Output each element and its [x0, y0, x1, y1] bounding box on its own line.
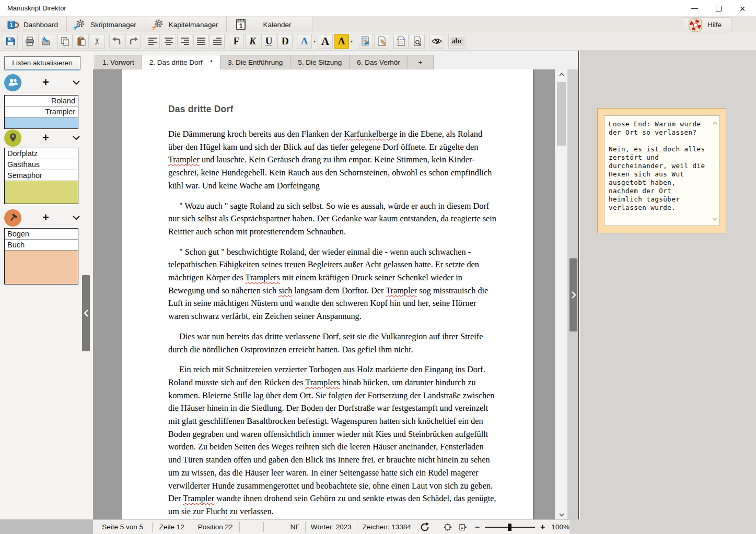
highlight-label: A: [338, 35, 345, 47]
status-mode: NF: [285, 522, 306, 532]
zoom-in-button[interactable]: +: [539, 523, 546, 532]
font-color-button[interactable]: A: [297, 34, 312, 49]
print-button[interactable]: [22, 34, 37, 49]
visibility-button[interactable]: [429, 34, 444, 49]
app-body: Listen aktualisieren + RolandTrampler: [0, 51, 756, 519]
paste-button[interactable]: [74, 34, 89, 49]
tab-skriptmanager[interactable]: Skriptmanager: [67, 17, 145, 32]
close-icon: ×: [739, 4, 745, 14]
list-item[interactable]: Gasthaus: [5, 159, 78, 170]
undo-button[interactable]: [109, 34, 124, 49]
page-break-button[interactable]: [393, 34, 409, 49]
clear-format-button[interactable]: [374, 34, 389, 49]
paste-icon: [76, 36, 87, 46]
scroll-down-button[interactable]: [555, 510, 568, 519]
list-item[interactable]: Buch: [5, 240, 78, 251]
format-stamp-icon: [360, 36, 371, 46]
save-icon: [5, 36, 16, 46]
tab-label: Kalender: [263, 21, 291, 29]
cut-button[interactable]: ✂: [90, 34, 105, 49]
add-place-button[interactable]: +: [21, 131, 70, 145]
fit-width-button[interactable]: [455, 523, 470, 531]
places-collapse-button[interactable]: [70, 135, 83, 140]
redo-button[interactable]: [125, 34, 141, 49]
misspelled-word: sich: [278, 286, 292, 295]
sidebar-collapse-handle[interactable]: [82, 275, 90, 351]
new-document-tab[interactable]: +: [408, 55, 434, 69]
refresh-count-button[interactable]: [416, 521, 433, 533]
chevron-down-icon: [72, 135, 80, 140]
objects-section-header: +: [4, 207, 83, 228]
format-stamp-button[interactable]: [358, 34, 373, 49]
document-tab-label: 1. Vorwort: [102, 58, 134, 66]
spellcheck-icon: abc: [450, 37, 464, 46]
document-tab[interactable]: 5. Die Sitzung: [290, 55, 350, 69]
close-button[interactable]: ×: [734, 1, 751, 16]
bold-button[interactable]: F: [229, 34, 244, 49]
objects-collapse-button[interactable]: [70, 215, 83, 220]
document-tab[interactable]: 6. Das Verhör: [350, 55, 408, 69]
scroll-up-button[interactable]: [555, 69, 568, 79]
status-empty-cell: [264, 522, 285, 532]
note-scroll-down-icon[interactable]: [712, 214, 718, 223]
zoom-slider[interactable]: [485, 524, 535, 531]
list-item[interactable]: Roland: [5, 96, 78, 106]
font-size-button[interactable]: A: [318, 34, 333, 49]
chevron-down-icon: [72, 215, 80, 220]
misspelled-word: Tramplers: [305, 377, 340, 387]
zoom-control: − + 100%: [474, 523, 569, 532]
save-button[interactable]: [3, 34, 18, 49]
italic-label: K: [249, 35, 256, 47]
characters-list[interactable]: RolandTrampler: [4, 95, 78, 129]
copy-icon: [60, 36, 71, 46]
fit-page-button[interactable]: [440, 523, 455, 531]
misspelled-word: Tramplers: [246, 272, 280, 282]
align-right-button[interactable]: [177, 34, 192, 49]
font-color-dropdown[interactable]: ▾: [312, 34, 317, 49]
zoom-slider-handle[interactable]: [508, 524, 511, 531]
tab-kalender[interactable]: 1 Kalender: [227, 17, 312, 32]
title-bar: Manuskript Direktor ×: [0, 0, 756, 17]
add-character-button[interactable]: +: [21, 76, 70, 89]
list-item[interactable]: Trampler: [5, 106, 78, 117]
maximize-button[interactable]: [710, 1, 727, 16]
note-editor[interactable]: Loose End: Warum wurde der Ort so verlas…: [604, 115, 719, 226]
tab-hilfe[interactable]: Hilfe: [683, 17, 731, 32]
selected-empty-row[interactable]: [5, 117, 78, 128]
note-scroll-up-icon[interactable]: [712, 118, 718, 127]
strikethrough-button[interactable]: Đ: [277, 34, 293, 49]
places-section-header: +: [4, 127, 83, 148]
spellcheck-button[interactable]: abc: [448, 34, 466, 49]
list-item[interactable]: Bogen: [5, 229, 78, 240]
underline-button[interactable]: U: [261, 34, 276, 49]
list-item[interactable]: Semaphor: [5, 170, 78, 181]
notes-collapse-handle[interactable]: [569, 258, 577, 331]
document-tab[interactable]: 1. Vorwort: [95, 55, 142, 69]
zoom-out-button[interactable]: −: [474, 523, 481, 532]
print-setup-button[interactable]: [38, 34, 53, 49]
find-icon: [412, 36, 423, 46]
document-tab[interactable]: 2. Das dritte Dorf*: [142, 55, 220, 69]
align-left-button[interactable]: [145, 34, 160, 49]
align-justify-button[interactable]: [193, 34, 208, 49]
copy-button[interactable]: [57, 34, 73, 49]
places-list[interactable]: DorfplatzGasthausSemaphor: [4, 148, 78, 204]
align-indent-button[interactable]: [210, 34, 225, 49]
minimize-button[interactable]: [686, 1, 703, 16]
manuscript-page[interactable]: Das dritte Dorf Die Dämmerung kroch bere…: [122, 69, 533, 519]
list-item[interactable]: Dorfplatz: [5, 148, 78, 159]
tab-kapitelmanager[interactable]: Kapitelmanager: [145, 17, 227, 32]
scrollbar-thumb[interactable]: [557, 82, 566, 146]
italic-button[interactable]: K: [245, 34, 260, 49]
align-center-button[interactable]: [161, 34, 176, 49]
characters-collapse-button[interactable]: [70, 80, 83, 85]
refresh-lists-button[interactable]: Listen aktualisieren: [4, 56, 80, 69]
find-button[interactable]: [410, 34, 425, 49]
document-tab[interactable]: 3. Die Entführung: [220, 55, 290, 69]
highlight-dropdown[interactable]: ▾: [349, 34, 354, 49]
editor-scrollbar[interactable]: [555, 69, 567, 519]
highlight-button[interactable]: A: [334, 34, 349, 49]
objects-list[interactable]: BogenBuch: [4, 228, 78, 284]
add-object-button[interactable]: +: [21, 211, 70, 224]
tab-dashboard[interactable]: 1 Dashboard: [0, 17, 67, 32]
